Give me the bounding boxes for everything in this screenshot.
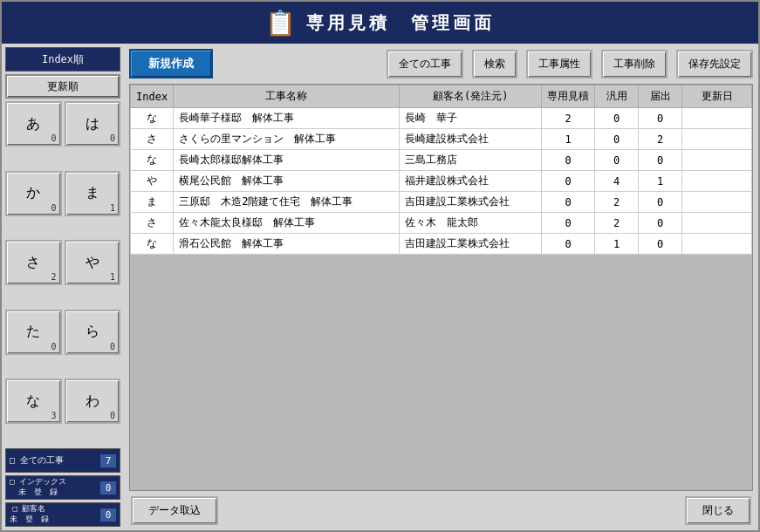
cell-exclusive: 0 <box>542 150 595 171</box>
client-unreg-count: 0 <box>100 508 116 522</box>
save-setting-button[interactable]: 保存先設定 <box>676 50 753 78</box>
cell-client: 長崎 華子 <box>400 108 542 129</box>
cell-exclusive: 1 <box>542 129 595 150</box>
kana-ma-button[interactable]: ま 1 <box>65 171 121 216</box>
col-updated: 更新日 <box>682 85 752 108</box>
kana-wa-button[interactable]: わ 0 <box>65 379 121 424</box>
table-header: Index 工事名称 顧客名(発注元) 専用見積 汎用 届出 更新日 <box>131 85 752 108</box>
cell-name: 佐々木龍太良様邸 解体工事 <box>174 213 400 234</box>
kana-a-label: あ <box>26 115 40 133</box>
cell-filing: 0 <box>639 192 682 213</box>
cell-exclusive: 0 <box>542 192 595 213</box>
cell-name: さくらの里マンション 解体工事 <box>174 129 400 150</box>
cell-client: 長崎建設株式会社 <box>400 129 542 150</box>
header-title: 専用見積 管理画面 <box>306 11 495 35</box>
app-window: 📋 専用見積 管理画面 Index順 更新順 あ 0 は 0 か 0 <box>0 0 760 532</box>
table-row[interactable]: さ 佐々木龍太良様邸 解体工事 佐々木 龍太郎 0 2 0 <box>131 213 752 234</box>
cell-updated <box>682 234 752 255</box>
client-unreg-label: □ 顧客名未 登 録 <box>10 504 49 524</box>
cell-general: 4 <box>595 171 639 192</box>
cell-exclusive: 2 <box>542 108 595 129</box>
table-row[interactable]: や 横尾公民館 解体工事 福井建設株式会社 0 4 1 <box>131 171 752 192</box>
table-scroll-area: Index 工事名称 顧客名(発注元) 専用見積 汎用 届出 更新日 <box>130 85 752 490</box>
all-work-stat-count: 7 <box>100 454 116 467</box>
close-button[interactable]: 閉じる <box>685 496 751 525</box>
kana-ha-button[interactable]: は 0 <box>65 101 121 147</box>
all-work-button[interactable]: 全ての工事 <box>387 50 463 78</box>
kana-a-badge: 0 <box>51 133 56 143</box>
cell-general: 2 <box>595 213 639 234</box>
work-delete-button[interactable]: 工事削除 <box>601 50 668 78</box>
cell-name: 長崎太郎様邸解体工事 <box>174 150 400 171</box>
cell-updated <box>682 213 752 234</box>
table-row[interactable]: な 長崎太郎様邸解体工事 三島工務店 0 0 0 <box>131 150 752 171</box>
kana-sa-button[interactable]: さ 2 <box>5 240 62 285</box>
main-content: Index順 更新順 あ 0 は 0 か 0 ま 1 <box>2 44 758 530</box>
cell-general: 0 <box>595 108 639 129</box>
cell-updated <box>682 171 752 192</box>
col-general: 汎用 <box>595 85 639 108</box>
cell-client: 吉田建設工業株式会社 <box>400 234 542 255</box>
kana-ma-badge: 1 <box>110 203 115 213</box>
kana-ta-button[interactable]: た 0 <box>5 310 62 355</box>
kana-ka-badge: 0 <box>51 203 56 213</box>
table-row[interactable]: さ さくらの里マンション 解体工事 長崎建設株式会社 1 0 2 <box>131 129 752 150</box>
table-row[interactable]: な 滑石公民館 解体工事 吉田建設工業株式会社 0 1 0 <box>131 234 752 255</box>
kana-ha-label: は <box>86 115 99 133</box>
kana-ya-label: や <box>86 254 99 272</box>
cell-client: 佐々木 龍太郎 <box>400 213 542 234</box>
kana-ta-badge: 0 <box>51 342 56 351</box>
kana-ra-button[interactable]: ら 0 <box>65 310 121 355</box>
table-row[interactable]: ま 三原邸 木造2階建て住宅 解体工事 吉田建設工業株式会社 0 2 0 <box>131 192 752 213</box>
all-work-stat-label: □ 全ての工事 <box>10 455 64 466</box>
cell-general: 0 <box>595 129 639 150</box>
table-row[interactable]: な 長崎華子様邸 解体工事 長崎 華子 2 0 0 <box>131 108 752 129</box>
kana-ta-label: た <box>26 323 40 341</box>
work-attr-button[interactable]: 工事属性 <box>526 50 592 78</box>
kana-a-button[interactable]: あ 0 <box>5 101 62 147</box>
all-work-stat-button[interactable]: □ 全ての工事 7 <box>5 448 120 473</box>
kana-na-badge: 3 <box>51 411 56 420</box>
kana-na-button[interactable]: な 3 <box>5 379 62 424</box>
cell-updated <box>682 192 752 213</box>
col-index: Index <box>131 85 174 108</box>
col-client: 顧客名(発注元) <box>400 85 542 108</box>
client-unreg-stat-button[interactable]: □ 顧客名未 登 録 0 <box>5 502 120 527</box>
search-button[interactable]: 検索 <box>472 50 517 78</box>
index-unreg-label: □ インデックス未 登 録 <box>10 477 66 497</box>
new-create-button[interactable]: 新規作成 <box>129 49 213 78</box>
data-import-button[interactable]: データ取込 <box>131 496 218 525</box>
data-table: Index 工事名称 顧客名(発注元) 専用見積 汎用 届出 更新日 <box>130 85 752 255</box>
cell-client: 福井建設株式会社 <box>400 171 542 192</box>
cell-index: ま <box>131 192 174 213</box>
kana-ra-badge: 0 <box>110 342 115 351</box>
kana-wa-label: わ <box>86 392 99 411</box>
cell-index: な <box>131 234 174 255</box>
cell-name: 三原邸 木造2階建て住宅 解体工事 <box>174 192 400 213</box>
kana-ma-label: ま <box>86 184 99 202</box>
table-container: Index 工事名称 顧客名(発注元) 専用見積 汎用 届出 更新日 <box>129 84 753 491</box>
update-sort-button[interactable]: 更新順 <box>5 74 120 99</box>
cell-updated <box>682 150 752 171</box>
cell-index: や <box>131 171 174 192</box>
index-unreg-stat-button[interactable]: □ インデックス未 登 録 0 <box>5 475 120 500</box>
kana-ra-label: ら <box>86 323 99 341</box>
cell-updated <box>682 129 752 150</box>
cell-filing: 0 <box>639 150 682 171</box>
cell-index: さ <box>131 129 174 150</box>
kana-sa-badge: 2 <box>51 272 56 282</box>
index-sort-button[interactable]: Index順 <box>5 47 120 72</box>
cell-index: な <box>131 150 174 171</box>
kana-wa-badge: 0 <box>110 411 115 420</box>
kana-grid: あ 0 は 0 か 0 ま 1 さ 2 <box>5 101 120 446</box>
index-unreg-count: 0 <box>100 481 116 494</box>
cell-general: 1 <box>595 234 639 255</box>
cell-exclusive: 0 <box>542 171 595 192</box>
kana-ka-button[interactable]: か 0 <box>5 171 62 216</box>
kana-ya-button[interactable]: や 1 <box>65 240 121 285</box>
cell-index: な <box>131 108 174 129</box>
header: 📋 専用見積 管理画面 <box>2 2 758 44</box>
cell-name: 長崎華子様邸 解体工事 <box>174 108 400 129</box>
cell-general: 2 <box>595 192 639 213</box>
cell-exclusive: 0 <box>542 213 595 234</box>
